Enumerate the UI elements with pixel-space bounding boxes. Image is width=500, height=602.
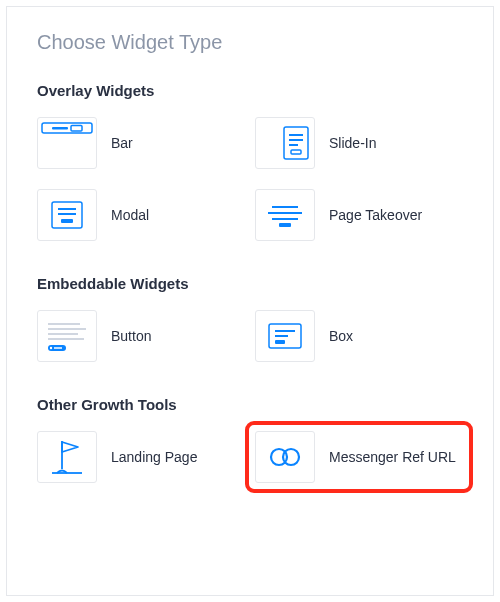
widget-option-box[interactable]: Box (255, 310, 463, 362)
flag-icon (37, 431, 97, 483)
overlay-grid: Bar Slide-In (37, 117, 463, 241)
section-embeddable-title: Embeddable Widgets (37, 275, 463, 292)
widget-label: Box (329, 327, 353, 345)
takeover-icon (255, 189, 315, 241)
widget-label: Messenger Ref URL (329, 448, 456, 466)
page-title: Choose Widget Type (37, 31, 463, 54)
widget-label: Modal (111, 206, 149, 224)
svg-point-21 (50, 347, 52, 349)
section-other-title: Other Growth Tools (37, 396, 463, 413)
widget-label: Landing Page (111, 448, 197, 466)
svg-rect-15 (279, 223, 291, 227)
section-overlay-title: Overlay Widgets (37, 82, 463, 99)
svg-point-30 (283, 449, 299, 465)
section-embeddable: Embeddable Widgets Button (37, 275, 463, 362)
section-other: Other Growth Tools Landing Page (37, 396, 463, 483)
svg-rect-1 (52, 127, 68, 130)
svg-rect-11 (61, 219, 73, 223)
widget-label: Button (111, 327, 151, 345)
widget-option-bar[interactable]: Bar (37, 117, 245, 169)
slidein-icon (255, 117, 315, 169)
svg-rect-7 (291, 150, 301, 154)
svg-rect-2 (71, 126, 82, 132)
widget-label: Page Takeover (329, 206, 422, 224)
button-icon (37, 310, 97, 362)
other-grid: Landing Page Messenger Ref URL (37, 431, 463, 483)
widget-option-slidein[interactable]: Slide-In (255, 117, 463, 169)
link-icon (255, 431, 315, 483)
widget-label: Slide-In (329, 134, 376, 152)
widget-option-landing[interactable]: Landing Page (37, 431, 245, 483)
widget-option-button[interactable]: Button (37, 310, 245, 362)
widget-option-refurl[interactable]: Messenger Ref URL (251, 427, 467, 487)
box-icon (255, 310, 315, 362)
choose-widget-panel: Choose Widget Type Overlay Widgets Bar (6, 6, 494, 596)
svg-rect-26 (275, 340, 285, 344)
widget-option-modal[interactable]: Modal (37, 189, 245, 241)
section-overlay: Overlay Widgets Bar (37, 82, 463, 241)
modal-icon (37, 189, 97, 241)
widget-option-takeover[interactable]: Page Takeover (255, 189, 463, 241)
widget-label: Bar (111, 134, 133, 152)
bar-icon (37, 117, 97, 169)
embeddable-grid: Button Box (37, 310, 463, 362)
